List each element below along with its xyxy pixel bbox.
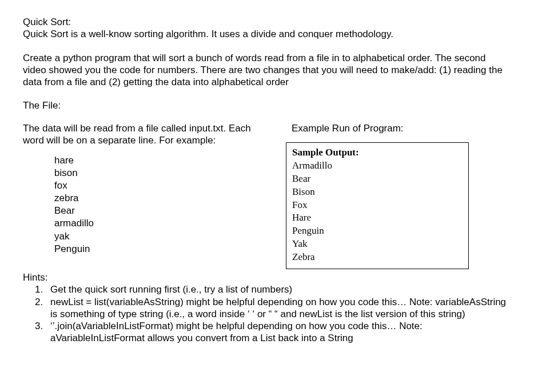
output-line: Bison	[292, 186, 315, 197]
two-column-layout: The data will be read from a file called…	[23, 122, 511, 270]
file-word: Bear	[54, 205, 269, 217]
example-run-header: Example Run of Program:	[286, 122, 511, 134]
file-word: zebra	[54, 192, 269, 205]
hint-item: ‘’.join(aVariableInListFormat) might be …	[46, 320, 511, 345]
hints-label: Hints:	[23, 271, 511, 283]
output-line: Hare	[292, 212, 311, 223]
output-line: Fox	[292, 199, 307, 210]
output-line: Penguin	[292, 225, 324, 236]
file-word: yak	[54, 230, 269, 243]
hint-item: Get the quick sort running first (i.e., …	[46, 283, 511, 295]
left-column: The data will be read from a file called…	[23, 122, 269, 270]
file-word: bison	[54, 167, 269, 179]
output-line: Armadillo	[292, 160, 332, 171]
output-line: Yak	[292, 238, 308, 249]
file-word: fox	[54, 179, 269, 192]
file-word-list: hare bison fox zebra Bear armadillo yak …	[23, 154, 269, 255]
hint-item: newList = list(variableAsString) might b…	[46, 296, 511, 321]
sample-output-box: Sample Output: Armadillo Bear Bison Fox …	[286, 142, 469, 269]
file-description: The data will be read from a file called…	[23, 122, 269, 147]
task-description: Create a python program that will sort a…	[23, 52, 511, 89]
title-block: Quick Sort: Quick Sort is a well-know so…	[23, 16, 511, 41]
title: Quick Sort:	[23, 17, 71, 27]
sample-output-label: Sample Output:	[292, 147, 359, 158]
file-word: hare	[54, 154, 269, 167]
output-line: Bear	[292, 173, 310, 184]
intro-text: Quick Sort is a well-know sorting algori…	[23, 29, 393, 39]
hints-list: Get the quick sort running first (i.e., …	[23, 283, 511, 344]
file-word: armadillo	[54, 217, 269, 230]
output-line: Zebra	[292, 251, 315, 262]
file-section-label: The File:	[23, 99, 511, 111]
right-column: Example Run of Program: Sample Output: A…	[286, 122, 511, 270]
file-word: Penguin	[54, 243, 269, 255]
